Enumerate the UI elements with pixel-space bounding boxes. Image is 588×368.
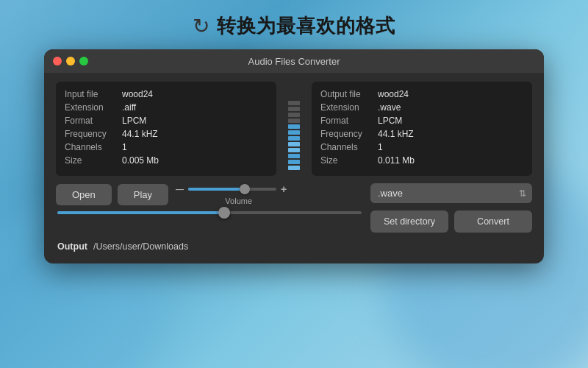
- set-directory-button[interactable]: Set directory: [370, 210, 448, 233]
- input-value-channels: 1: [122, 142, 127, 152]
- output-value-ext: .wave: [378, 102, 401, 113]
- input-panel: Input file wood24 Extension .aiff Format…: [56, 82, 276, 176]
- volume-max-icon: +: [281, 183, 287, 195]
- output-label-file: Output file: [320, 89, 378, 99]
- input-value-ext: .aiff: [122, 102, 136, 113]
- vu-bar-1: [288, 101, 300, 105]
- output-row-size: Size 0.011 Mb: [320, 155, 523, 166]
- input-label-file: Input file: [65, 89, 122, 99]
- output-value-format: LPCM: [378, 116, 402, 126]
- output-label: Output: [57, 241, 87, 252]
- app-title: 转换为最喜欢的格式: [217, 13, 395, 39]
- output-label-ext: Extension: [320, 102, 378, 113]
- vu-bar-6: [288, 130, 300, 135]
- output-row-channels: Channels 1: [320, 142, 523, 152]
- vu-bar-3: [288, 113, 300, 117]
- main-window: Audio Files Converter Input file wood24 …: [44, 49, 544, 263]
- vu-bar-11: [288, 160, 300, 164]
- output-panel: Output file wood24 Extension .wave Forma…: [312, 82, 532, 176]
- input-row-channels: Channels 1: [65, 142, 268, 152]
- minimize-button[interactable]: [66, 57, 75, 66]
- input-value-file: wood24: [122, 89, 153, 99]
- volume-thumb[interactable]: [240, 184, 250, 194]
- volume-label: Volume: [190, 197, 287, 205]
- right-controls: .wave .aiff .mp3 .flac .aac Set director…: [370, 183, 532, 233]
- seek-control: [56, 211, 363, 214]
- output-value-file: wood24: [378, 89, 409, 99]
- output-label-freq: Frequency: [320, 129, 378, 139]
- input-label-format: Format: [65, 116, 122, 126]
- traffic-lights: [53, 57, 88, 66]
- input-row-format: Format LPCM: [65, 116, 268, 126]
- output-row-file: Output file wood24: [320, 89, 523, 99]
- vu-meter: [279, 82, 309, 176]
- format-select[interactable]: .wave .aiff .mp3 .flac .aac: [370, 183, 532, 203]
- output-label-channels: Channels: [320, 142, 378, 152]
- vu-bar-4: [288, 118, 300, 123]
- input-label-freq: Frequency: [65, 129, 122, 139]
- output-value-channels: 1: [378, 142, 383, 152]
- output-value-freq: 44.1 kHZ: [378, 129, 414, 139]
- play-button[interactable]: Play: [118, 184, 168, 205]
- vu-bar-2: [288, 107, 300, 111]
- input-value-format: LPCM: [122, 116, 146, 126]
- volume-control: — + Volume: [176, 183, 287, 205]
- format-select-wrap: .wave .aiff .mp3 .flac .aac: [370, 183, 532, 203]
- output-row-freq: Frequency 44.1 kHZ: [320, 129, 523, 139]
- output-row-ext: Extension .wave: [320, 102, 523, 113]
- vu-bar-8: [288, 142, 300, 146]
- vu-bar-7: [288, 136, 300, 141]
- input-label-ext: Extension: [65, 102, 122, 113]
- input-row-file: Input file wood24: [65, 89, 268, 99]
- output-value-size: 0.011 Mb: [378, 155, 415, 166]
- open-button[interactable]: Open: [56, 184, 112, 205]
- input-label-channels: Channels: [65, 142, 122, 152]
- button-row: Open Play: [56, 184, 168, 205]
- seek-slider[interactable]: [57, 211, 362, 214]
- output-path: /Users/user/Downloads: [93, 241, 188, 252]
- window-content: Input file wood24 Extension .aiff Format…: [44, 73, 544, 263]
- vu-bar-12: [288, 166, 300, 170]
- info-panels: Input file wood24 Extension .aiff Format…: [56, 82, 532, 176]
- vu-bar-5: [288, 124, 300, 129]
- left-controls: Open Play — + Volume: [56, 183, 363, 214]
- vu-bar-10: [288, 154, 300, 158]
- input-value-size: 0.005 Mb: [122, 155, 159, 166]
- input-row-size: Size 0.005 Mb: [65, 155, 268, 166]
- sync-icon: ↻: [193, 14, 209, 38]
- maximize-button[interactable]: [79, 57, 88, 66]
- volume-slider-wrap: — +: [176, 183, 287, 195]
- input-label-size: Size: [65, 155, 122, 166]
- output-bar: Output /Users/user/Downloads: [56, 240, 532, 253]
- input-value-freq: 44.1 kHZ: [122, 129, 158, 139]
- input-row-ext: Extension .aiff: [65, 102, 268, 113]
- input-row-freq: Frequency 44.1 kHZ: [65, 129, 268, 139]
- output-label-size: Size: [320, 155, 378, 166]
- seek-thumb[interactable]: [218, 207, 230, 219]
- output-label-format: Format: [320, 116, 378, 126]
- seek-fill: [57, 211, 225, 214]
- controls-area: Open Play — + Volume: [56, 183, 532, 233]
- close-button[interactable]: [53, 57, 62, 66]
- volume-min-icon: —: [176, 185, 184, 194]
- convert-button[interactable]: Convert: [454, 210, 532, 233]
- app-header: ↻ 转换为最喜欢的格式: [0, 0, 588, 49]
- volume-slider[interactable]: [188, 188, 276, 191]
- action-buttons: Set directory Convert: [370, 210, 532, 233]
- titlebar: Audio Files Converter: [44, 49, 544, 73]
- window-title: Audio Files Converter: [248, 56, 340, 67]
- output-row-format: Format LPCM: [320, 116, 523, 126]
- vu-bar-9: [288, 148, 300, 152]
